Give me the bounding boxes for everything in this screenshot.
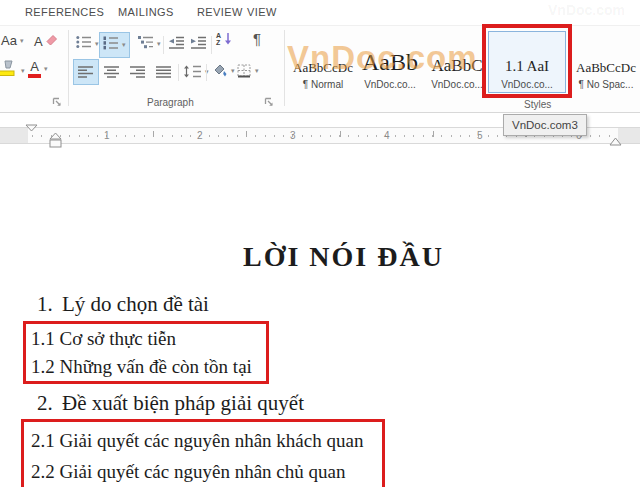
ruler-midtick (246, 131, 247, 137)
eraser-icon (45, 32, 58, 50)
decrease-indent-icon (168, 35, 185, 53)
document-title[interactable]: LỜI NÓI ĐẦU (243, 241, 444, 273)
align-center-button[interactable] (104, 66, 120, 78)
align-left-button[interactable] (78, 66, 94, 78)
multilevel-list-icon (138, 35, 154, 53)
first-line-indent-marker[interactable] (25, 118, 38, 136)
align-left-icon (78, 66, 94, 78)
ruler-number: 1 (104, 130, 110, 141)
style-vndoc-3-selected[interactable]: 1.1 AaI VnDoc.co... (488, 31, 566, 93)
style-label: ¶ No Spac... (579, 79, 634, 90)
tab-references[interactable]: REFERENCES (25, 6, 104, 18)
tab-mailings[interactable]: MAILINGS (118, 6, 174, 18)
style-normal[interactable]: AaBbCcDc ¶ Normal (290, 32, 356, 92)
list-number-2[interactable]: 2. (37, 391, 53, 416)
heading-1-2[interactable]: 1.2 Những vấn đề còn tồn tại (31, 356, 252, 378)
justify-button[interactable] (156, 66, 172, 78)
style-no-spacing[interactable]: AaBbCcDc ¶ No Spac... (574, 32, 638, 92)
toolbar-separator (178, 64, 179, 81)
font-color-icon: A (28, 60, 41, 78)
shading-button[interactable] (211, 63, 235, 78)
align-right-icon (130, 66, 146, 78)
style-preview: 1.1 AaI (505, 59, 549, 74)
ruler-midtick (433, 131, 434, 137)
increase-indent-button[interactable] (190, 35, 207, 53)
tab-review[interactable]: REVIEW (197, 6, 243, 18)
ruler-left-margin (0, 128, 28, 143)
pilcrow-icon: ¶ (253, 30, 261, 47)
style-tooltip: VnDoc.com3 (503, 114, 587, 136)
show-hide-paragraph-button[interactable]: ¶ (253, 30, 261, 47)
toolbar-separator (163, 36, 164, 54)
ruler-midtick (340, 131, 341, 137)
clear-formatting-button[interactable]: A (34, 32, 58, 50)
ribbon: Aa A A (0, 25, 640, 113)
style-preview: AaBbCcDc (576, 61, 636, 74)
style-vndoc-2[interactable]: AaBbC VnDoc.co... (426, 32, 488, 92)
justify-icon (156, 66, 172, 78)
ruler-midtick (153, 131, 154, 137)
heading-2-1[interactable]: 2.1 Giải quyết các nguyên nhân khách qua… (31, 430, 363, 452)
multilevel-list-button[interactable] (138, 35, 161, 53)
font-dialog-launcher[interactable] (52, 94, 64, 106)
group-separator (284, 30, 285, 106)
sort-button[interactable]: A Z (216, 32, 232, 46)
sort-az-icon: A Z (216, 32, 221, 46)
style-label: VnDoc.co... (364, 79, 416, 90)
bullet-list-icon (76, 35, 92, 53)
bullets-button[interactable] (76, 35, 99, 53)
align-center-icon (104, 66, 120, 78)
font-color-button[interactable]: A (28, 60, 48, 78)
paragraph-group-label: Paragraph (147, 97, 194, 108)
faint-watermark-fragment: VnDoc.com (548, 2, 625, 18)
style-preview: AaBbC (432, 57, 483, 74)
style-vndoc-1[interactable]: AaBb VnDoc.co... (357, 30, 423, 92)
heading-1-1[interactable]: 1.1 Cơ sở thực tiễn (31, 328, 176, 350)
ruler-number: 4 (384, 130, 390, 141)
style-preview: AaBb (362, 50, 418, 74)
heading-1[interactable]: Lý do chọn đề tài (62, 292, 209, 317)
highlighter-icon (0, 60, 18, 81)
word-window: REFERENCES MAILINGS REVIEW VIEW VnDoc.co… (0, 0, 640, 487)
style-preview: AaBbCcDc (293, 61, 353, 74)
style-label: VnDoc.co... (431, 79, 483, 90)
align-right-button[interactable] (130, 66, 146, 78)
ruler-number: 3 (290, 130, 296, 141)
change-case-icon: Aa (1, 34, 17, 47)
borders-button[interactable] (237, 64, 259, 78)
change-case-button[interactable]: Aa (1, 34, 23, 47)
tab-view[interactable]: VIEW (247, 6, 277, 18)
heading-2-2[interactable]: 2.2 Giải quyết các nguyên nhân chủ quan (31, 461, 345, 483)
ruler-number: 2 (197, 130, 203, 141)
styles-group-label: Styles (524, 99, 551, 110)
left-indent-marker[interactable] (49, 132, 62, 153)
style-label: ¶ Normal (303, 79, 343, 90)
group-separator (68, 30, 69, 106)
list-number-1[interactable]: 1. (37, 292, 53, 317)
line-spacing-button[interactable] (184, 65, 209, 78)
style-label: VnDoc.co... (501, 79, 553, 90)
paint-bucket-icon (211, 63, 228, 78)
increase-indent-icon (190, 35, 207, 53)
text-highlight-button[interactable] (0, 60, 25, 81)
heading-2[interactable]: Đề xuất biện pháp giải quyết (62, 391, 304, 416)
borders-icon (237, 64, 252, 78)
clear-formatting-letter: A (34, 35, 43, 48)
toolbar-separator (206, 64, 207, 81)
toolbar-separator (211, 36, 212, 54)
line-spacing-icon (184, 65, 202, 78)
right-indent-marker[interactable] (609, 132, 622, 150)
ruler-number: 5 (477, 130, 483, 141)
numbered-list-icon (103, 36, 119, 54)
ribbon-tab-bar: REFERENCES MAILINGS REVIEW VIEW VnDoc.co… (0, 0, 640, 25)
numbering-button[interactable] (99, 32, 130, 58)
paragraph-dialog-launcher[interactable] (264, 94, 276, 106)
decrease-indent-button[interactable] (168, 35, 185, 53)
sort-arrow-icon (224, 32, 232, 46)
